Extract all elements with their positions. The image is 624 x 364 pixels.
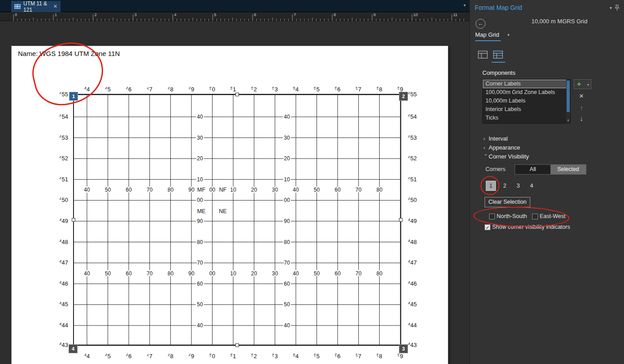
components-list-item[interactable]: Ticks (483, 114, 570, 122)
section-header-corner-visibility[interactable]: ›Corner Visibility (483, 153, 529, 162)
grid-edge-label: 448 (59, 238, 68, 245)
plus-icon: + (577, 80, 581, 88)
pane-title: Format Map Grid (475, 4, 522, 11)
grid-edge-label: 445 (59, 300, 68, 308)
grid-edge-label: 49 (189, 86, 195, 93)
components-list-item[interactable]: 10,000m Labels (483, 97, 570, 105)
map-grid-caret-icon[interactable]: ▾ (507, 33, 510, 37)
grid-edge-label: 448 (408, 238, 417, 245)
tabstrip-caret-icon[interactable]: ▾ (464, 3, 466, 8)
grid-edge-label: 451 (59, 176, 68, 183)
grid-edge-label: 450 (59, 196, 68, 203)
grid-interior-label: 70 (147, 270, 153, 277)
pane-menu-caret-icon[interactable]: ▾ (610, 5, 612, 10)
grid-edge-label: 455 (408, 90, 417, 98)
grid-interior-label: 90 (197, 218, 203, 224)
move-up-button[interactable]: ↑ (577, 104, 586, 113)
grid-edge-label: 50 (209, 86, 215, 93)
tab-components-icon[interactable] (493, 50, 504, 61)
corners-selected-button[interactable]: Selected (550, 165, 586, 174)
grid-edge-label: 49 (189, 352, 195, 360)
clear-selection-button[interactable]: Clear Selection (485, 197, 530, 207)
grid-interior-label: 00 (209, 270, 216, 277)
corner-indicator-number: 2 (402, 94, 405, 99)
chevron-icon: › (483, 154, 490, 159)
grid-interior-label: 50 (105, 187, 111, 193)
corner-button-4[interactable]: 4 (527, 181, 537, 191)
grid-interior-label: 80 (168, 270, 174, 277)
grid-interior-label: 40 (293, 270, 299, 277)
components-list-item[interactable]: 100,000m Grid Zone Labels (483, 88, 570, 97)
grid-interior-label: 60 (284, 281, 290, 287)
grid-interior-label: 50 (105, 270, 111, 277)
close-icon[interactable]: ✕ (53, 4, 57, 9)
grid-interior-label: 00 (197, 197, 203, 203)
grid-edge-label: 48 (168, 86, 173, 93)
section-header-interval[interactable]: ›Interval (483, 135, 508, 144)
selection-handle[interactable] (72, 218, 75, 222)
selection-handle[interactable] (236, 93, 239, 96)
grid-interior-label: 50 (314, 187, 320, 193)
selection-handle[interactable] (399, 218, 403, 222)
corner-button-2[interactable]: 2 (500, 181, 510, 191)
grid-edge-label: 453 (59, 134, 68, 141)
selection-handles (72, 93, 403, 347)
corners-label: Corners (485, 166, 505, 172)
grid-interior-label: 10 (230, 270, 237, 277)
grid-interior-label: 70 (284, 260, 290, 266)
grid-edge-label: 53 (272, 352, 278, 360)
tab-map-grid[interactable]: Map Grid (475, 31, 499, 38)
grid-interior-label: 90 (188, 270, 195, 277)
grid-interior-label: 80 (377, 270, 383, 277)
add-component-button[interactable]: + ▾ (574, 79, 591, 89)
grid-interior-label: 40 (84, 187, 90, 193)
grid-interior-label: 50 (284, 301, 290, 308)
section-header-appearance[interactable]: ›Appearance (483, 144, 520, 153)
components-list-item[interactable]: Corner Labels (483, 80, 570, 88)
grid-interior-label: 90 (188, 187, 195, 193)
corners-all-button[interactable]: All (515, 165, 550, 174)
ruler-number: 4 (174, 13, 177, 17)
components-listbox: Corner Labels100,000m Grid Zone Labels10… (482, 79, 571, 124)
grid-interior-label: 30 (272, 187, 278, 193)
grid-interior-label: 80 (377, 187, 383, 193)
grid-edge-label: 48 (168, 352, 173, 360)
document-tabstrip: UTM 11 & 121 ✕ ▾ (0, 0, 469, 12)
tab-options-icon[interactable] (478, 50, 489, 61)
grid-edge-label: 444 (59, 321, 68, 329)
pin-icon[interactable] (614, 4, 620, 13)
selection-handle[interactable] (236, 344, 239, 347)
components-list-item[interactable]: Interior Labels (483, 105, 570, 114)
grid-edge-label: 53 (272, 86, 278, 93)
layout-page[interactable]: Name: WGS 1984 UTM Zone 11N4445464748495… (11, 46, 448, 364)
corner-button-3[interactable]: 3 (513, 181, 523, 191)
grid-edge-label: 450 (408, 196, 417, 203)
north-south-checkbox[interactable] (489, 214, 495, 219)
north-south-label: North-South (497, 213, 527, 219)
grid-edge-label: 46 (126, 352, 132, 360)
document-tab[interactable]: UTM 11 & 121 ✕ (11, 1, 61, 12)
grid-interior-label: 40 (197, 114, 203, 120)
ruler-number: 8 (334, 13, 336, 17)
move-down-button[interactable]: ↓ (577, 115, 586, 124)
grid-interior-label: 60 (335, 187, 341, 193)
east-west-checkbox[interactable] (532, 214, 538, 219)
corner-indicator-number: 4 (72, 346, 75, 351)
grid-interior-label: 00 (209, 187, 216, 193)
chevron-icon: › (483, 144, 489, 151)
grid-interior-label: 70 (355, 187, 362, 193)
grid-edge-label: 451 (408, 176, 417, 183)
grid-interior-label: 50 (314, 270, 320, 277)
corner-button-1[interactable]: 1 (486, 181, 496, 191)
grid-edge-label: 54 (293, 86, 299, 93)
grid-edge-label: 447 (408, 259, 417, 266)
grid-edge-label: 452 (59, 154, 68, 162)
back-button[interactable]: ← (476, 19, 485, 29)
listbox-scrollbar[interactable]: ▾ (566, 80, 570, 123)
show-indicators-checkbox[interactable]: ✓ (485, 224, 490, 230)
scroll-down-icon[interactable]: ▾ (566, 118, 570, 123)
remove-component-button[interactable]: ✕ (577, 92, 586, 101)
scrollbar-thumb[interactable] (567, 81, 570, 112)
grid-edge-label: 455 (59, 90, 68, 98)
grid-interior-label: 40 (197, 322, 203, 329)
